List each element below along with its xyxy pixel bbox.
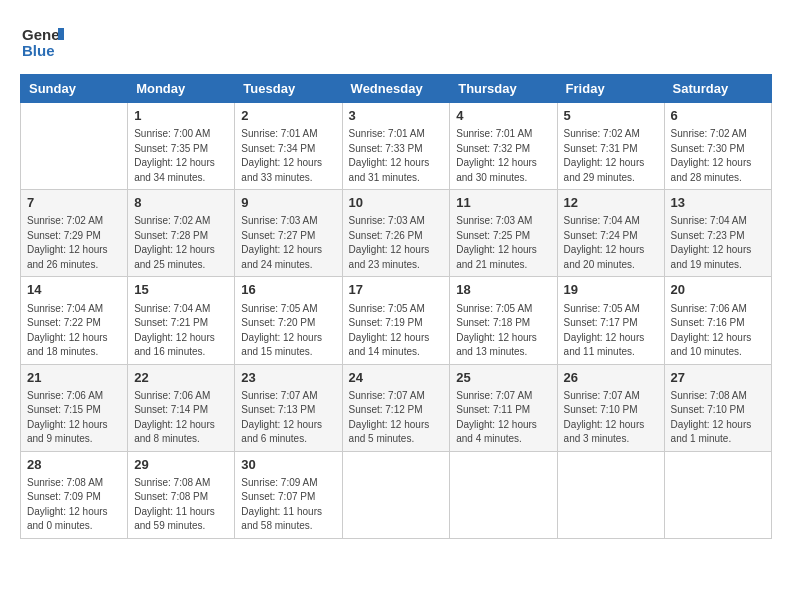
day-number: 16 <box>241 281 335 299</box>
calendar-cell: 8Sunrise: 7:02 AM Sunset: 7:28 PM Daylig… <box>128 190 235 277</box>
day-info: Sunrise: 7:03 AM Sunset: 7:26 PM Dayligh… <box>349 214 444 272</box>
day-info: Sunrise: 7:01 AM Sunset: 7:34 PM Dayligh… <box>241 127 335 185</box>
day-number: 4 <box>456 107 550 125</box>
day-number: 11 <box>456 194 550 212</box>
calendar-cell: 12Sunrise: 7:04 AM Sunset: 7:24 PM Dayli… <box>557 190 664 277</box>
calendar-week-2: 14Sunrise: 7:04 AM Sunset: 7:22 PM Dayli… <box>21 277 772 364</box>
day-number: 10 <box>349 194 444 212</box>
calendar-cell: 23Sunrise: 7:07 AM Sunset: 7:13 PM Dayli… <box>235 364 342 451</box>
calendar-cell: 10Sunrise: 7:03 AM Sunset: 7:26 PM Dayli… <box>342 190 450 277</box>
calendar-cell: 27Sunrise: 7:08 AM Sunset: 7:10 PM Dayli… <box>664 364 771 451</box>
calendar-cell: 1Sunrise: 7:00 AM Sunset: 7:35 PM Daylig… <box>128 103 235 190</box>
day-number: 3 <box>349 107 444 125</box>
day-number: 26 <box>564 369 658 387</box>
day-number: 6 <box>671 107 765 125</box>
day-info: Sunrise: 7:07 AM Sunset: 7:11 PM Dayligh… <box>456 389 550 447</box>
day-info: Sunrise: 7:01 AM Sunset: 7:32 PM Dayligh… <box>456 127 550 185</box>
day-info: Sunrise: 7:08 AM Sunset: 7:09 PM Dayligh… <box>27 476 121 534</box>
calendar-cell: 24Sunrise: 7:07 AM Sunset: 7:12 PM Dayli… <box>342 364 450 451</box>
day-number: 17 <box>349 281 444 299</box>
header-day-sunday: Sunday <box>21 75 128 103</box>
svg-marker-2 <box>58 28 64 40</box>
calendar-cell: 29Sunrise: 7:08 AM Sunset: 7:08 PM Dayli… <box>128 451 235 538</box>
calendar-cell: 6Sunrise: 7:02 AM Sunset: 7:30 PM Daylig… <box>664 103 771 190</box>
header-day-monday: Monday <box>128 75 235 103</box>
day-number: 25 <box>456 369 550 387</box>
day-number: 29 <box>134 456 228 474</box>
day-number: 27 <box>671 369 765 387</box>
header-day-wednesday: Wednesday <box>342 75 450 103</box>
day-info: Sunrise: 7:05 AM Sunset: 7:19 PM Dayligh… <box>349 302 444 360</box>
day-info: Sunrise: 7:02 AM Sunset: 7:29 PM Dayligh… <box>27 214 121 272</box>
header-day-tuesday: Tuesday <box>235 75 342 103</box>
day-info: Sunrise: 7:06 AM Sunset: 7:16 PM Dayligh… <box>671 302 765 360</box>
calendar-cell <box>342 451 450 538</box>
day-info: Sunrise: 7:04 AM Sunset: 7:24 PM Dayligh… <box>564 214 658 272</box>
day-info: Sunrise: 7:07 AM Sunset: 7:13 PM Dayligh… <box>241 389 335 447</box>
calendar-week-1: 7Sunrise: 7:02 AM Sunset: 7:29 PM Daylig… <box>21 190 772 277</box>
day-info: Sunrise: 7:05 AM Sunset: 7:20 PM Dayligh… <box>241 302 335 360</box>
calendar-cell: 20Sunrise: 7:06 AM Sunset: 7:16 PM Dayli… <box>664 277 771 364</box>
day-info: Sunrise: 7:04 AM Sunset: 7:21 PM Dayligh… <box>134 302 228 360</box>
day-number: 14 <box>27 281 121 299</box>
calendar-table: SundayMondayTuesdayWednesdayThursdayFrid… <box>20 74 772 539</box>
calendar-cell: 19Sunrise: 7:05 AM Sunset: 7:17 PM Dayli… <box>557 277 664 364</box>
day-info: Sunrise: 7:02 AM Sunset: 7:28 PM Dayligh… <box>134 214 228 272</box>
day-info: Sunrise: 7:04 AM Sunset: 7:23 PM Dayligh… <box>671 214 765 272</box>
svg-text:General: General <box>22 26 64 43</box>
calendar-cell: 11Sunrise: 7:03 AM Sunset: 7:25 PM Dayli… <box>450 190 557 277</box>
day-number: 24 <box>349 369 444 387</box>
calendar-cell: 9Sunrise: 7:03 AM Sunset: 7:27 PM Daylig… <box>235 190 342 277</box>
day-info: Sunrise: 7:00 AM Sunset: 7:35 PM Dayligh… <box>134 127 228 185</box>
day-number: 1 <box>134 107 228 125</box>
day-number: 9 <box>241 194 335 212</box>
day-info: Sunrise: 7:05 AM Sunset: 7:17 PM Dayligh… <box>564 302 658 360</box>
day-number: 23 <box>241 369 335 387</box>
day-info: Sunrise: 7:08 AM Sunset: 7:08 PM Dayligh… <box>134 476 228 534</box>
day-info: Sunrise: 7:06 AM Sunset: 7:15 PM Dayligh… <box>27 389 121 447</box>
calendar-week-3: 21Sunrise: 7:06 AM Sunset: 7:15 PM Dayli… <box>21 364 772 451</box>
logo: General Blue <box>20 20 64 64</box>
day-number: 30 <box>241 456 335 474</box>
calendar-cell: 13Sunrise: 7:04 AM Sunset: 7:23 PM Dayli… <box>664 190 771 277</box>
day-info: Sunrise: 7:02 AM Sunset: 7:31 PM Dayligh… <box>564 127 658 185</box>
calendar-cell: 30Sunrise: 7:09 AM Sunset: 7:07 PM Dayli… <box>235 451 342 538</box>
calendar-cell: 21Sunrise: 7:06 AM Sunset: 7:15 PM Dayli… <box>21 364 128 451</box>
day-number: 20 <box>671 281 765 299</box>
day-number: 8 <box>134 194 228 212</box>
calendar-cell: 16Sunrise: 7:05 AM Sunset: 7:20 PM Dayli… <box>235 277 342 364</box>
calendar-cell: 22Sunrise: 7:06 AM Sunset: 7:14 PM Dayli… <box>128 364 235 451</box>
calendar-cell: 18Sunrise: 7:05 AM Sunset: 7:18 PM Dayli… <box>450 277 557 364</box>
day-info: Sunrise: 7:06 AM Sunset: 7:14 PM Dayligh… <box>134 389 228 447</box>
header-day-thursday: Thursday <box>450 75 557 103</box>
calendar-cell: 17Sunrise: 7:05 AM Sunset: 7:19 PM Dayli… <box>342 277 450 364</box>
day-info: Sunrise: 7:02 AM Sunset: 7:30 PM Dayligh… <box>671 127 765 185</box>
day-number: 22 <box>134 369 228 387</box>
calendar-cell <box>664 451 771 538</box>
header-day-friday: Friday <box>557 75 664 103</box>
day-number: 2 <box>241 107 335 125</box>
calendar-cell: 4Sunrise: 7:01 AM Sunset: 7:32 PM Daylig… <box>450 103 557 190</box>
day-number: 21 <box>27 369 121 387</box>
calendar-cell: 7Sunrise: 7:02 AM Sunset: 7:29 PM Daylig… <box>21 190 128 277</box>
calendar-cell: 26Sunrise: 7:07 AM Sunset: 7:10 PM Dayli… <box>557 364 664 451</box>
day-info: Sunrise: 7:09 AM Sunset: 7:07 PM Dayligh… <box>241 476 335 534</box>
day-number: 19 <box>564 281 658 299</box>
day-number: 18 <box>456 281 550 299</box>
day-number: 15 <box>134 281 228 299</box>
calendar-cell: 3Sunrise: 7:01 AM Sunset: 7:33 PM Daylig… <box>342 103 450 190</box>
header-row: SundayMondayTuesdayWednesdayThursdayFrid… <box>21 75 772 103</box>
calendar-cell: 15Sunrise: 7:04 AM Sunset: 7:21 PM Dayli… <box>128 277 235 364</box>
day-info: Sunrise: 7:04 AM Sunset: 7:22 PM Dayligh… <box>27 302 121 360</box>
calendar-cell <box>557 451 664 538</box>
day-number: 13 <box>671 194 765 212</box>
day-info: Sunrise: 7:07 AM Sunset: 7:12 PM Dayligh… <box>349 389 444 447</box>
day-info: Sunrise: 7:03 AM Sunset: 7:25 PM Dayligh… <box>456 214 550 272</box>
logo-icon: General Blue <box>20 20 64 64</box>
calendar-cell: 14Sunrise: 7:04 AM Sunset: 7:22 PM Dayli… <box>21 277 128 364</box>
calendar-week-0: 1Sunrise: 7:00 AM Sunset: 7:35 PM Daylig… <box>21 103 772 190</box>
calendar-cell: 28Sunrise: 7:08 AM Sunset: 7:09 PM Dayli… <box>21 451 128 538</box>
calendar-cell: 25Sunrise: 7:07 AM Sunset: 7:11 PM Dayli… <box>450 364 557 451</box>
day-number: 28 <box>27 456 121 474</box>
day-number: 12 <box>564 194 658 212</box>
